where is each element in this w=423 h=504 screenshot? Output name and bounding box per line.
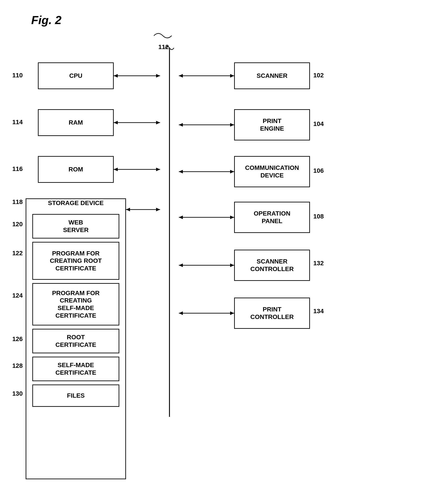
svg-marker-12 (156, 208, 160, 211)
svg-marker-14 (179, 74, 183, 78)
svg-marker-26 (179, 264, 183, 267)
rom-box: ROM (38, 156, 114, 183)
svg-marker-24 (230, 216, 234, 219)
svg-marker-5 (114, 121, 118, 124)
files-label: FILES (67, 392, 85, 399)
svg-marker-17 (179, 123, 183, 127)
ref-126: 126 (12, 336, 23, 343)
svg-marker-2 (114, 74, 118, 78)
ref-104: 104 (313, 120, 324, 127)
diagram-container: Fig. 2 112 CPU RAM ROM STORAGE DEVICE WE… (0, 0, 423, 504)
prog-self-cert-box: PROGRAM FORCREATINGSELF-MADECERTIFICATE (32, 283, 119, 325)
scanner-ctrl-label: SCANNERCONTROLLER (250, 258, 294, 273)
self-made-cert-box: SELF-MADECERTIFICATE (32, 357, 119, 381)
scanner-label: SCANNER (257, 72, 287, 80)
ref-128: 128 (12, 362, 23, 369)
scanner-box: SCANNER (234, 62, 310, 89)
svg-marker-23 (179, 216, 183, 219)
ref-108: 108 (313, 213, 324, 220)
svg-marker-29 (179, 312, 183, 315)
print-ctrl-box: PRINTCONTROLLER (234, 298, 310, 329)
figure-title: Fig. 2 (31, 13, 61, 27)
svg-marker-27 (230, 264, 234, 267)
svg-marker-20 (179, 170, 183, 174)
ref-132: 132 (313, 260, 324, 267)
ref-124: 124 (12, 292, 23, 299)
op-panel-label: OPERATIONPANEL (254, 210, 290, 225)
svg-marker-11 (126, 208, 130, 211)
comm-device-label: COMMUNICATIONDEVICE (245, 164, 299, 179)
print-engine-label: PRINTENGINE (260, 117, 284, 132)
svg-marker-6 (156, 121, 160, 124)
ram-label: RAM (69, 119, 83, 126)
ram-box: RAM (38, 109, 114, 136)
comm-device-box: COMMUNICATIONDEVICE (234, 156, 310, 187)
svg-marker-18 (230, 123, 234, 127)
ref-116: 116 (12, 165, 23, 173)
root-cert-label: ROOTCERTIFICATE (55, 333, 96, 348)
ref-134: 134 (313, 308, 324, 315)
op-panel-box: OPERATIONPANEL (234, 202, 310, 233)
ref-106: 106 (313, 167, 324, 174)
scanner-ctrl-box: SCANNERCONTROLLER (234, 250, 310, 281)
root-cert-box: ROOTCERTIFICATE (32, 329, 119, 353)
ref-110: 110 (12, 72, 23, 79)
print-engine-box: PRINTENGINE (234, 109, 310, 140)
ref-120: 120 (12, 221, 23, 228)
print-ctrl-label: PRINTCONTROLLER (250, 306, 294, 321)
ref-130: 130 (12, 390, 23, 397)
rom-label: ROM (68, 166, 83, 173)
svg-marker-9 (156, 168, 160, 171)
svg-marker-30 (230, 312, 234, 315)
prog-self-label: PROGRAM FORCREATINGSELF-MADECERTIFICATE (52, 289, 99, 319)
svg-marker-21 (230, 170, 234, 174)
prog-root-label: PROGRAM FORCREATING ROOTCERTIFICATE (50, 250, 102, 272)
cpu-label: CPU (69, 72, 82, 80)
web-server-box: WEBSERVER (32, 214, 119, 239)
storage-label: STORAGE DEVICE (26, 199, 126, 207)
bus-ref-label: 112 (158, 43, 169, 51)
files-box: FILES (32, 384, 119, 407)
web-server-label: WEBSERVER (63, 219, 89, 234)
self-made-label: SELF-MADECERTIFICATE (55, 361, 96, 376)
ref-122: 122 (12, 250, 23, 257)
svg-marker-3 (156, 74, 160, 78)
svg-marker-8 (114, 168, 118, 171)
ref-114: 114 (12, 119, 23, 126)
ref-118: 118 (12, 198, 23, 205)
prog-root-cert-box: PROGRAM FORCREATING ROOTCERTIFICATE (32, 242, 119, 280)
ref-102: 102 (313, 72, 324, 79)
cpu-box: CPU (38, 62, 114, 89)
svg-marker-15 (230, 74, 234, 78)
